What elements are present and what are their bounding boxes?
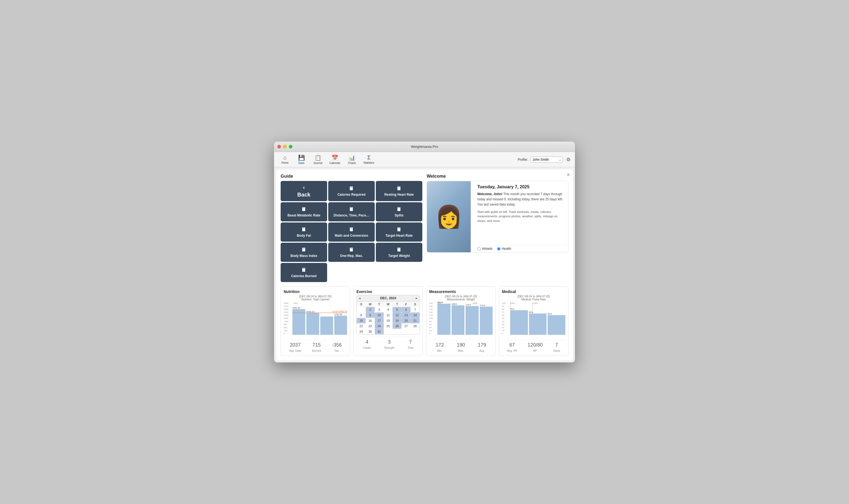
cal-day-17[interactable]: 17 [375, 318, 384, 323]
meas-y-20: 20 [429, 329, 436, 332]
profile-label: Profile: [518, 158, 528, 162]
guide-one-rep-button[interactable]: 🖩 One-Rep. Max. [328, 243, 375, 262]
cal-header-mon: M [366, 302, 375, 307]
cal-day-6[interactable]: 6 [401, 307, 411, 312]
nutrition-bar-3 [320, 317, 333, 335]
med-y-100: 100 [502, 302, 509, 305]
content-close-button[interactable]: ✕ [567, 172, 570, 177]
cal-day-15[interactable]: 15 [357, 318, 366, 323]
meas-min-value: 172 [436, 342, 444, 348]
close-button[interactable] [277, 145, 281, 148]
cal-day-5[interactable]: 5 [393, 307, 401, 312]
profile-select[interactable]: John Smith [530, 157, 563, 163]
cal-day-25[interactable]: 25 [384, 323, 393, 329]
athletic-radio[interactable] [477, 247, 481, 251]
toolbar-item-charts[interactable]: 📊 Charts [344, 153, 360, 166]
toolbar: ⌂ Home 💾 Save 📋 Journal 📅 Calendar 📊 Cha… [274, 152, 575, 167]
y-axis-300: 300 [284, 329, 291, 332]
guide-body-fat-button[interactable]: 🖩 Body Fat [281, 222, 327, 241]
calendar-grid: S M T W T F S 2 3 4 5 6 7 [357, 302, 420, 334]
guide-distance-button[interactable]: 🖩 Distance, Time, Pace… [328, 202, 375, 221]
welcome-bold: Welcome, John! [477, 192, 502, 196]
cal-day-14[interactable]: 14 [411, 312, 420, 318]
cal-day-12[interactable]: 12 [393, 312, 401, 318]
cal-day-18[interactable]: 18 [384, 318, 393, 323]
cal-day-3[interactable]: 3 [375, 307, 384, 312]
guide-bmr-button[interactable]: 🖩 Basal Metabolic Rate [281, 202, 327, 221]
cal-day-empty1[interactable] [357, 307, 366, 312]
toolbar-item-statistics[interactable]: Σ Statistics [361, 153, 377, 166]
cal-day-30[interactable]: 30 [366, 329, 375, 334]
health-radio-label[interactable]: Health [497, 247, 511, 251]
y-axis-1200: 1200 [284, 320, 291, 323]
guide-bmi-button[interactable]: 🖩 Body Mass Index [281, 243, 327, 262]
cal-day-2[interactable]: 2 [366, 307, 375, 312]
guide-grid: ‹ Back 🖩 Calories Required 🖩 Resting Hea… [281, 181, 422, 282]
guide-splits-button[interactable]: 🖩 Splits [376, 202, 422, 221]
cal-day-27[interactable]: 27 [401, 323, 411, 329]
cal-next-button[interactable]: ▸ [416, 296, 417, 300]
guide-resting-heart-rate-button[interactable]: 🖩 Resting Heart Rate [376, 181, 422, 201]
cal-day-7[interactable]: 7 [411, 307, 420, 312]
health-radio[interactable] [497, 247, 501, 251]
guide-back-button[interactable]: ‹ Back [281, 181, 327, 201]
one-rep-icon: 🖩 [349, 247, 354, 253]
cal-day-13[interactable]: 13 [401, 312, 411, 318]
cal-prev-button[interactable]: ◂ [359, 296, 361, 300]
med-y-70: 70 [502, 311, 509, 313]
cal-day-16[interactable]: 16 [366, 318, 375, 323]
nutrition-title: Nutrition [284, 289, 347, 294]
cal-day-24[interactable]: 24 [375, 323, 384, 329]
exercise-panel: Exercise ◂ DEC, 2024 ▸ S M T W T F [353, 286, 423, 356]
guide-target-heart-rate-button[interactable]: 🖩 Target Heart Rate [376, 222, 422, 241]
toolbar-item-journal[interactable]: 📋 Journal [310, 153, 326, 166]
cal-day-23[interactable]: 23 [366, 323, 375, 329]
med-sleep-label: Sleep [553, 349, 560, 352]
med-y-40: 40 [502, 320, 509, 323]
toolbar-item-calendar[interactable]: 📅 Calendar [327, 153, 343, 166]
cal-day-19[interactable]: 19 [393, 318, 401, 323]
cal-header-tue: T [375, 302, 384, 307]
guide-calories-required-button[interactable]: 🖩 Calories Required [328, 181, 375, 201]
meas-bar-4-wrapper: 172.0 [480, 302, 493, 335]
athletic-radio-label[interactable]: Athletic [477, 247, 492, 251]
splits-label: Splits [395, 214, 404, 217]
minimize-button[interactable] [283, 145, 287, 148]
cal-day-20[interactable]: 20 [401, 318, 411, 323]
toolbar-item-save[interactable]: 💾 Save [294, 153, 309, 166]
cal-day-31[interactable]: 31 [375, 329, 384, 334]
guide-target-weight-button[interactable]: 🖩 Target Weight [376, 243, 422, 262]
y-axis-1800: 1800 [284, 314, 291, 317]
nutrition-burned-label: Burned [312, 349, 321, 352]
med-y-30: 30 [502, 323, 509, 326]
cal-day-29[interactable]: 29 [357, 329, 366, 334]
bar4-value: 1751.83 [334, 313, 342, 316]
med-y-60: 60 [502, 314, 509, 317]
meas-bar-3: 175.0 [466, 306, 479, 335]
settings-button[interactable]: ⚙ [565, 156, 572, 164]
cal-day-4[interactable]: 4 [384, 307, 393, 312]
cal-day-26[interactable]: 26 [393, 323, 401, 329]
exercise-total-label: Total [408, 346, 413, 349]
med-sleep-value: 7 [553, 342, 560, 348]
guide-title: Guide [281, 174, 422, 179]
guide-calories-burned-button[interactable]: 🖩 Calories Burned [281, 263, 327, 282]
cal-day-10[interactable]: 10 [375, 312, 384, 318]
meas-bar2-value: 180.0 [452, 303, 457, 305]
medical-bars: |DEC 75.0 |JAN [510, 302, 565, 335]
cal-day-28[interactable]: 28 [411, 323, 420, 329]
y-axis-600: 600 [284, 326, 291, 329]
maximize-button[interactable] [289, 145, 292, 148]
toolbar-item-home[interactable]: ⌂ Home [277, 153, 293, 166]
cal-day-11[interactable]: 11 [384, 312, 393, 318]
cal-day-22[interactable]: 22 [357, 323, 366, 329]
guide-math-button[interactable]: 🖩 Math and Conversion [328, 222, 375, 241]
calories-required-label: Calories Required [337, 193, 366, 197]
medical-title: Medical [502, 289, 565, 294]
math-label: Math and Conversion [335, 234, 368, 237]
cal-day-8[interactable]: 8 [357, 312, 366, 318]
cal-header-sun: S [357, 302, 366, 307]
med-y-10: 10 [502, 329, 509, 332]
cal-day-9[interactable]: 9 [366, 312, 375, 318]
cal-day-21[interactable]: 21 [411, 318, 420, 323]
